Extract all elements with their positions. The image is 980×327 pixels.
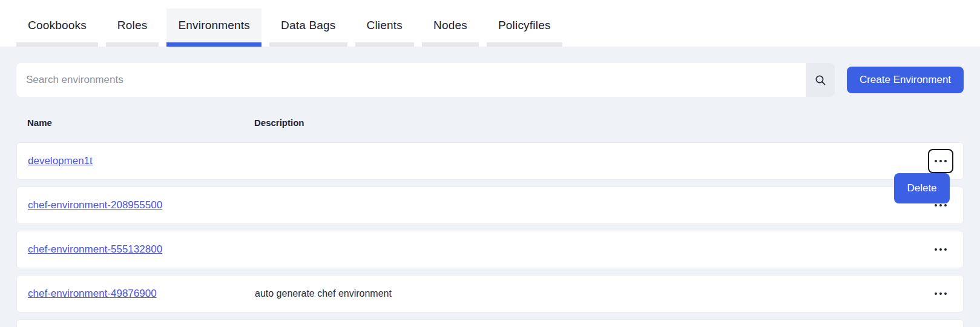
environment-link[interactable]: chef-environment-555132800 <box>28 243 162 255</box>
tab-roles[interactable]: Roles <box>106 8 159 47</box>
tab-underline <box>422 42 479 47</box>
tab-active-underline <box>166 42 261 47</box>
ellipsis-icon <box>935 204 937 206</box>
row-menu-button[interactable] <box>928 282 953 306</box>
environments-page: Cookbooks Roles Environments Data Bags C… <box>0 0 980 327</box>
tab-environments[interactable]: Environments <box>166 8 261 47</box>
environment-name-cell: chef-environment-49876900 <box>28 288 255 300</box>
tab-underline <box>269 42 347 47</box>
environment-link[interactable]: chef-environment-208955500 <box>28 199 162 211</box>
environment-name-cell: chef-environment-555132800 <box>28 243 255 256</box>
magnifier-icon <box>815 74 826 86</box>
table-row: chef-environment-49876900 auto generate … <box>16 275 964 312</box>
column-header-name: Name <box>27 117 254 128</box>
row-menu-button[interactable] <box>928 149 953 173</box>
environment-description-cell: auto generate chef environment <box>255 288 928 299</box>
tab-environments-label: Environments <box>166 8 261 42</box>
tab-underline <box>487 42 562 47</box>
environment-link[interactable]: developmen1t <box>28 155 93 167</box>
search-input[interactable] <box>16 63 806 97</box>
table-row: chef-environment-555132800 <box>16 231 964 268</box>
search-group <box>16 63 835 97</box>
table-row <box>16 319 964 327</box>
tab-bar: Cookbooks Roles Environments Data Bags C… <box>0 0 980 47</box>
environment-link[interactable]: chef-environment-49876900 <box>28 288 157 299</box>
tab-cookbooks[interactable]: Cookbooks <box>16 8 98 47</box>
table-row: chef-environment-208955500 <box>16 187 964 224</box>
table-header-row: Name Description <box>16 117 964 128</box>
environment-name-cell: chef-environment-208955500 <box>28 199 255 211</box>
tab-data-bags-label: Data Bags <box>269 8 347 42</box>
search-row: Create Environment <box>16 63 964 97</box>
tab-clients[interactable]: Clients <box>355 8 414 47</box>
tab-underline <box>355 42 414 47</box>
tab-underline <box>16 42 98 47</box>
ellipsis-icon <box>935 160 937 162</box>
tab-policyfiles[interactable]: Policyfiles <box>487 8 562 47</box>
create-environment-button[interactable]: Create Environment <box>847 67 964 93</box>
tab-nodes[interactable]: Nodes <box>422 8 479 47</box>
tab-roles-label: Roles <box>106 8 159 42</box>
ellipsis-icon <box>935 292 937 295</box>
column-header-description: Description <box>254 117 964 128</box>
tab-underline <box>106 42 159 47</box>
table-row: developmen1t Delete <box>16 142 964 180</box>
ellipsis-icon <box>935 248 937 251</box>
tab-nodes-label: Nodes <box>422 8 479 42</box>
tab-cookbooks-label: Cookbooks <box>16 8 98 42</box>
tab-policyfiles-label: Policyfiles <box>487 8 562 42</box>
tab-data-bags[interactable]: Data Bags <box>269 8 347 47</box>
tab-clients-label: Clients <box>355 8 414 42</box>
environment-name-cell: developmen1t <box>28 155 255 167</box>
environments-content: Create Environment Name Description deve… <box>0 47 980 327</box>
search-button[interactable] <box>806 63 835 97</box>
delete-menu-item[interactable]: Delete <box>894 173 950 203</box>
row-menu-button[interactable] <box>928 237 953 262</box>
